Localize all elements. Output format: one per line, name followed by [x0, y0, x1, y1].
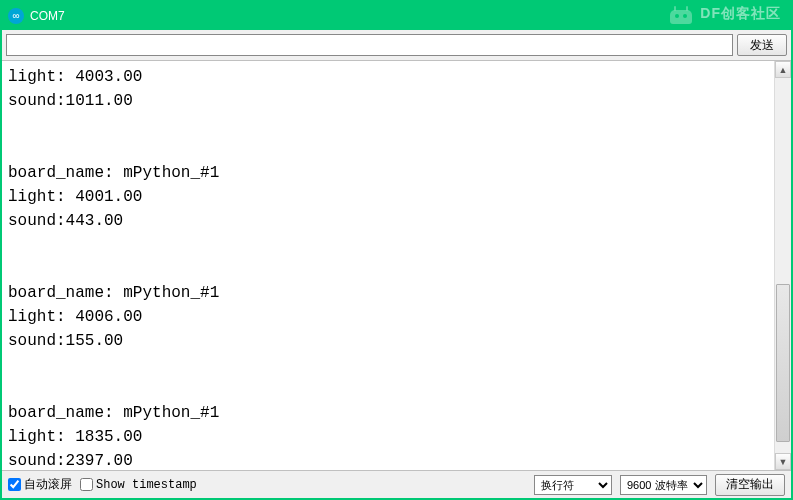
- scroll-down-icon[interactable]: ▼: [775, 453, 791, 470]
- scroll-up-icon[interactable]: ▲: [775, 61, 791, 78]
- autoscroll-label: 自动滚屏: [24, 476, 72, 493]
- send-button[interactable]: 发送: [737, 34, 787, 56]
- footer-bar: 自动滚屏 Show timestamp 换行符 9600 波特率 清空输出: [2, 470, 791, 498]
- arduino-icon: [8, 8, 24, 24]
- vertical-scrollbar[interactable]: ▲ ▼: [774, 61, 791, 470]
- scroll-track[interactable]: [775, 78, 791, 453]
- clear-output-button[interactable]: 清空输出: [715, 474, 785, 496]
- autoscroll-checkbox[interactable]: 自动滚屏: [8, 476, 72, 493]
- command-row: 发送: [2, 30, 791, 60]
- serial-monitor-window: COM7 DF创客社区 发送 light: 4003.00 sound:1011…: [0, 0, 793, 500]
- scroll-thumb[interactable]: [776, 284, 790, 442]
- window-title: COM7: [30, 9, 65, 23]
- console-output: light: 4003.00 sound:1011.00 board_name:…: [2, 61, 774, 470]
- titlebar: COM7 DF创客社区: [2, 2, 791, 30]
- timestamp-input[interactable]: [80, 478, 93, 491]
- baud-rate-select[interactable]: 9600 波特率: [620, 475, 707, 495]
- watermark: DF创客社区: [666, 0, 781, 28]
- console-area: light: 4003.00 sound:1011.00 board_name:…: [2, 60, 791, 470]
- line-ending-select[interactable]: 换行符: [534, 475, 612, 495]
- timestamp-label: Show timestamp: [96, 478, 197, 492]
- watermark-text: DF创客社区: [700, 5, 781, 23]
- robot-icon: [666, 6, 696, 28]
- command-input[interactable]: [6, 34, 733, 56]
- autoscroll-input[interactable]: [8, 478, 21, 491]
- timestamp-checkbox[interactable]: Show timestamp: [80, 478, 197, 492]
